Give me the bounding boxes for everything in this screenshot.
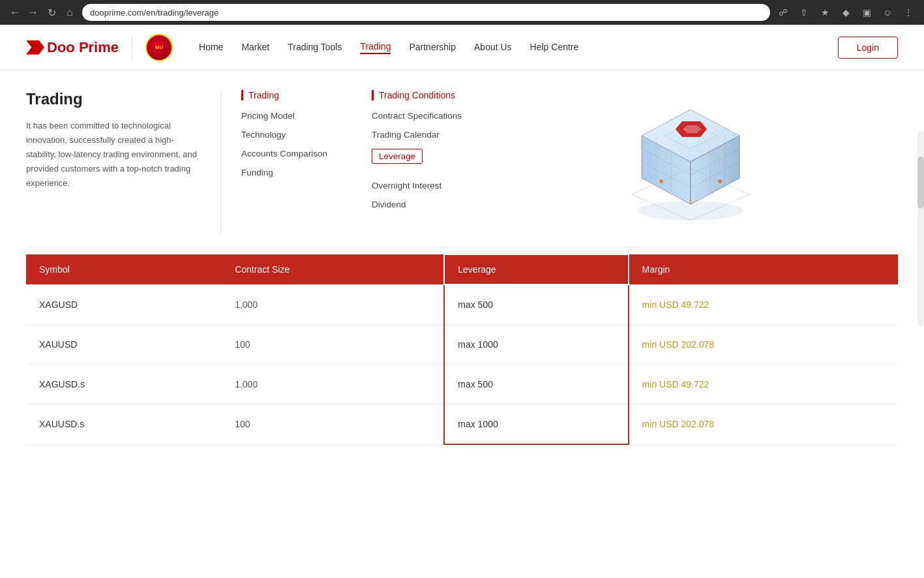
logo[interactable]: Doo Prime: [26, 39, 119, 56]
manchester-united-badge: MU: [145, 34, 173, 61]
symbol-xauusd: XAUUSD: [26, 325, 222, 365]
margin-xauusd: min USD 202.078: [629, 325, 898, 365]
mega-menu-description: Trading It has been committed to technol…: [26, 90, 222, 234]
scrollbar[interactable]: [917, 130, 924, 326]
menu-leverage[interactable]: Leverage: [372, 149, 423, 164]
header-margin: Margin: [629, 254, 898, 284]
menu-technology[interactable]: Technology: [241, 130, 333, 140]
header-symbol: Symbol: [26, 254, 222, 284]
contract-xauusd-s: 100: [222, 404, 444, 445]
reload-button[interactable]: ↻: [44, 5, 59, 20]
leverage-table-section: Symbol Contract Size Leverage Margin XAG…: [26, 254, 898, 445]
margin-xagusd: min USD 49.722: [629, 284, 898, 325]
window-icon[interactable]: ▣: [859, 5, 874, 20]
logo-divider: [132, 36, 132, 59]
leverage-xagusd-s: max 500: [444, 365, 628, 404]
browser-nav-buttons: ← → ↻ ⌂: [8, 5, 77, 20]
mega-menu-col1: Trading Pricing Model Technology Account…: [222, 90, 352, 234]
bookmark-icon[interactable]: ★: [817, 5, 833, 20]
trading-cube-image: [619, 90, 762, 234]
contract-xagusd-s: 1,000: [222, 365, 444, 404]
menu-trading-calendar[interactable]: Trading Calendar: [372, 130, 463, 140]
scrollbar-thumb[interactable]: [917, 157, 924, 209]
back-button[interactable]: ←: [8, 5, 22, 20]
nav-trading[interactable]: Trading: [360, 41, 391, 54]
nav-market[interactable]: Market: [241, 42, 269, 53]
col2-title: Trading Conditions: [372, 90, 463, 100]
profile-icon[interactable]: ☺: [880, 5, 895, 20]
contract-xauusd: 100: [222, 325, 444, 365]
symbol-xagusd-s: XAGUSD.s: [26, 365, 222, 404]
mu-badge-text: MU: [155, 44, 163, 50]
nav-trading-tools[interactable]: Trading Tools: [288, 42, 342, 53]
table-row: XAUUSD 100 max 1000 min USD 202.078: [26, 325, 898, 365]
nav-help-centre[interactable]: Help Centre: [530, 42, 579, 53]
browser-chrome: ← → ↻ ⌂ dooprime.com/en/trading/leverage…: [0, 0, 924, 25]
leverage-xauusd: max 1000: [444, 325, 628, 365]
logo-area: Doo Prime MU: [26, 34, 173, 61]
menu-funding[interactable]: Funding: [241, 168, 333, 177]
menu-icon[interactable]: ⋮: [901, 5, 916, 20]
nav-about-us[interactable]: About Us: [474, 42, 512, 53]
leverage-xagusd: max 500: [444, 284, 628, 325]
mega-menu-title: Trading: [26, 90, 201, 108]
extension-icon[interactable]: ◆: [838, 5, 854, 20]
url-text: dooprime.com/en/trading/leverage: [90, 8, 218, 18]
header-leverage: Leverage: [444, 254, 628, 284]
mega-menu-image: [483, 90, 898, 234]
header-contract-size: Contract Size: [222, 254, 444, 284]
margin-xauusd-s: min USD 202.078: [629, 404, 898, 445]
table-row: XAUUSD.s 100 max 1000 min USD 202.078: [26, 404, 898, 445]
menu-contract-specs[interactable]: Contract Specifications: [372, 111, 463, 121]
address-bar[interactable]: dooprime.com/en/trading/leverage: [82, 4, 770, 21]
share-icon[interactable]: ⇧: [796, 5, 812, 20]
main-navbar: Doo Prime MU Home Market Trading Tools T…: [0, 25, 924, 70]
table-row: XAGUSD 1,000 max 500 min USD 49.722: [26, 284, 898, 325]
svg-point-17: [689, 200, 692, 202]
leverage-xauusd-s: max 1000: [444, 404, 628, 445]
col1-title: Trading: [241, 90, 333, 100]
symbol-xagusd: XAGUSD: [26, 284, 222, 325]
table-header-row: Symbol Contract Size Leverage Margin: [26, 254, 898, 284]
menu-dividend[interactable]: Dividend: [372, 200, 463, 209]
contract-xagusd: 1,000: [222, 284, 444, 325]
logo-text: Doo Prime: [47, 39, 119, 56]
nav-partnership[interactable]: Partnership: [409, 42, 456, 53]
margin-xagusd-s: min USD 49.722: [629, 365, 898, 404]
mega-menu-description-text: It has been committed to technological i…: [26, 119, 201, 190]
translate-icon[interactable]: ☍: [775, 5, 791, 20]
logo-icon: [26, 40, 44, 55]
symbol-xauusd-s: XAUUSD.s: [26, 404, 222, 445]
nav-links: Home Market Trading Tools Trading Partne…: [199, 41, 838, 54]
table-row: XAGUSD.s 1,000 max 500 min USD 49.722: [26, 365, 898, 404]
menu-overnight-interest[interactable]: Overnight Interest: [372, 181, 463, 190]
home-button[interactable]: ⌂: [63, 5, 77, 20]
menu-accounts-comparison[interactable]: Accounts Comparison: [241, 149, 333, 159]
nav-home[interactable]: Home: [199, 42, 223, 53]
login-button[interactable]: Login: [838, 37, 898, 59]
leverage-table: Symbol Contract Size Leverage Margin XAG…: [26, 254, 898, 445]
forward-button[interactable]: →: [26, 5, 40, 20]
menu-pricing-model[interactable]: Pricing Model: [241, 111, 333, 121]
mega-menu-dropdown: Trading It has been committed to technol…: [26, 70, 898, 247]
main-content: Trading It has been committed to technol…: [0, 70, 924, 445]
browser-action-buttons: ☍ ⇧ ★ ◆ ▣ ☺ ⋮: [775, 5, 916, 20]
mega-menu-col2: Trading Conditions Contract Specificatio…: [352, 90, 483, 234]
